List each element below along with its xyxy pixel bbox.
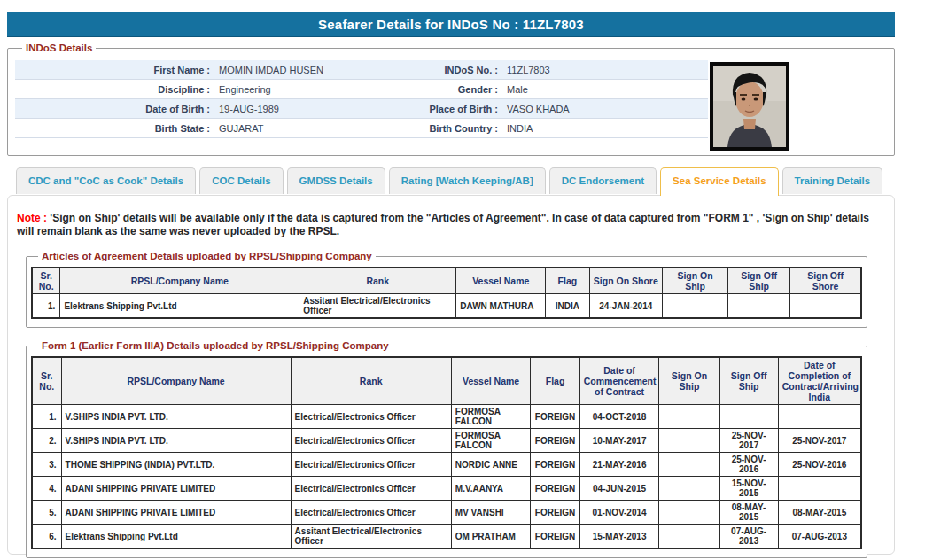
cell-sr-no: 6. <box>32 525 61 549</box>
cell-commencement: 21-MAY-2016 <box>579 453 659 477</box>
col-header-vessel: Vessel Name <box>456 268 546 294</box>
col-header-flag: Flag <box>546 268 589 294</box>
cell-rank: Assitant Electrical/Electronics Officer <box>299 294 456 319</box>
cell-completion: 25-NOV-2016 <box>778 453 861 477</box>
cell-flag: FOREIGN <box>531 477 579 501</box>
indos-details-legend: INDoS Details <box>22 43 96 53</box>
col-header-flag: Flag <box>531 357 579 405</box>
seafarer-photo-image <box>713 66 786 147</box>
cell-company: Elektrans Shipping Pvt.Ltd <box>61 525 291 549</box>
cell-vessel: NORDIC ANNE <box>451 453 531 477</box>
cell-commencement: 10-MAY-2017 <box>579 429 659 453</box>
discipline-value: Engineering <box>210 80 418 98</box>
indos-row: First Name : MOMIN IMDAD HUSEN INDoS No.… <box>15 60 708 80</box>
gender-value: Male <box>498 80 708 98</box>
cell-sr-no: 2. <box>32 429 61 453</box>
cell-vessel: FORMOSA FALCON <box>451 429 531 453</box>
indos-row: Date of Birth : 19-AUG-1989 Place of Bir… <box>15 99 708 119</box>
cell-flag: INDIA <box>546 294 589 319</box>
cell-commencement: 04-OCT-2018 <box>579 405 659 429</box>
indos-field-rows: First Name : MOMIN IMDAD HUSEN INDoS No.… <box>15 60 708 138</box>
seafarer-photo <box>710 62 789 151</box>
cell-rank: Assitant Electrical/Electronics Officer <box>291 525 451 549</box>
table-row: 4. ADANI SHIPPING PRIVATE LIMITED Electr… <box>32 477 861 501</box>
cell-commencement: 01-NOV-2014 <box>579 501 659 525</box>
cell-rank: Electrical/Electronics Officer <box>291 453 451 477</box>
cell-sign-on-ship <box>662 294 727 319</box>
col-header-sign-off-shore: Sign Off Shore <box>790 268 861 294</box>
birth-state-label: Birth State : <box>15 119 210 137</box>
col-header-sign-off-ship: Sign Off Ship <box>728 268 790 294</box>
cell-vessel: DAWN MATHURA <box>456 294 546 319</box>
cell-flag: FOREIGN <box>531 501 579 525</box>
cell-company: THOME SHIPPING (INDIA) PVT.LTD. <box>61 453 291 477</box>
cell-sr-no: 5. <box>32 501 61 525</box>
col-header-rank: Rank <box>291 357 451 405</box>
table-row: 3. THOME SHIPPING (INDIA) PVT.LTD. Elect… <box>32 453 861 477</box>
tab-coc-details[interactable]: COC Details <box>199 167 283 194</box>
cell-sign-on-ship <box>659 453 719 477</box>
cell-company: ADANI SHIPPING PRIVATE LIMITED <box>61 477 291 501</box>
indos-no-value: 11ZL7803 <box>498 60 708 79</box>
tab-dc-endorsement[interactable]: DC Endorsement <box>549 167 657 194</box>
cell-sr-no: 3. <box>32 453 61 477</box>
birth-country-value: INDIA <box>498 119 708 137</box>
cell-rank: Electrical/Electronics Officer <box>291 405 451 429</box>
cell-completion: 07-AUG-2013 <box>778 525 861 549</box>
page-title: Seafarer Details for INDoS No : 11ZL7803 <box>7 12 895 37</box>
cell-sign-off-shore <box>790 294 861 319</box>
col-header-company: RPSL/Company Name <box>61 357 291 405</box>
table-row: 1. Elektrans Shipping Pvt.Ltd Assitant E… <box>32 294 861 319</box>
col-header-sign-on-ship: Sign On Ship <box>659 357 719 405</box>
table-header-row: Sr. No. RPSL/Company Name Rank Vessel Na… <box>32 357 861 405</box>
form1-fieldset: Form 1 (Earlier Form IIIA) Details uploa… <box>26 340 867 558</box>
cell-sign-off-ship: 15-NOV-2015 <box>719 477 778 501</box>
cell-sr-no: 1. <box>32 294 60 319</box>
cell-sign-on-ship <box>659 405 719 429</box>
discipline-label: Discipline : <box>15 80 210 98</box>
cell-company: V.SHIPS INDIA PVT. LTD. <box>61 429 291 453</box>
table-row: 5. ADANI SHIPPING PRIVATE LIMITED Electr… <box>32 501 861 525</box>
cell-commencement: 15-MAY-2013 <box>579 525 659 549</box>
cell-sign-off-ship: 25-NOV-2016 <box>719 453 778 477</box>
tab-gmdss-details[interactable]: GMDSS Details <box>287 167 385 194</box>
col-header-company: RPSL/Company Name <box>60 268 299 294</box>
articles-of-agreement-fieldset: Articles of Agreement Details uploaded b… <box>26 251 867 328</box>
tab-sea-service-details[interactable]: Sea Service Details <box>660 167 779 196</box>
cell-rank: Electrical/Electronics Officer <box>291 501 451 525</box>
form1-legend: Form 1 (Earlier Form IIIA) Details uploa… <box>38 340 393 351</box>
first-name-value: MOMIN IMDAD HUSEN <box>210 60 418 79</box>
cell-vessel: M.V.AANYA <box>451 477 531 501</box>
col-header-sign-on-shore: Sign On Shore <box>589 268 662 294</box>
table-header-row: Sr. No. RPSL/Company Name Rank Vessel Na… <box>32 268 861 294</box>
cell-sign-off-ship: 07-AUG-2013 <box>719 525 778 549</box>
cell-sign-off-ship <box>728 294 790 319</box>
cell-flag: FOREIGN <box>531 525 579 549</box>
cell-completion: 25-NOV-2017 <box>778 429 861 453</box>
birth-country-label: Birth Country : <box>418 119 498 137</box>
cell-flag: FOREIGN <box>531 453 579 477</box>
cell-company: Elektrans Shipping Pvt.Ltd <box>60 294 299 319</box>
cell-completion <box>778 477 861 501</box>
cell-flag: FOREIGN <box>531 405 579 429</box>
cell-sign-off-ship: 25-NOV-2017 <box>719 429 778 453</box>
cell-sign-on-ship <box>659 525 719 549</box>
col-header-sr-no: Sr. No. <box>32 268 60 294</box>
cell-sign-off-ship <box>719 405 778 429</box>
form1-table: Sr. No. RPSL/Company Name Rank Vessel Na… <box>31 356 862 549</box>
cell-completion: 08-MAY-2015 <box>778 501 861 525</box>
sea-service-details-panel: Note : 'Sign on Ship' details will be av… <box>7 195 895 555</box>
articles-of-agreement-table: Sr. No. RPSL/Company Name Rank Vessel Na… <box>31 267 862 319</box>
cell-rank: Electrical/Electronics Officer <box>291 477 451 501</box>
gender-label: Gender : <box>418 80 498 98</box>
tab-cdc-coc-as-cook-details[interactable]: CDC and "CoC as Cook" Details <box>16 167 196 194</box>
indos-no-label: INDoS No. : <box>418 60 498 79</box>
cell-completion <box>778 405 861 429</box>
table-row: 1. V.SHIPS INDIA PVT. LTD. Electrical/El… <box>32 405 861 429</box>
tab-rating-watch-keeping-ab[interactable]: Rating [Watch Keeping/AB] <box>389 167 546 194</box>
cell-sr-no: 4. <box>32 477 61 501</box>
note-prefix: Note : <box>17 212 47 224</box>
cell-company: ADANI SHIPPING PRIVATE LIMITED <box>61 501 291 525</box>
tab-training-details[interactable]: Training Details <box>782 167 883 194</box>
cell-rank: Electrical/Electronics Officer <box>291 429 451 453</box>
